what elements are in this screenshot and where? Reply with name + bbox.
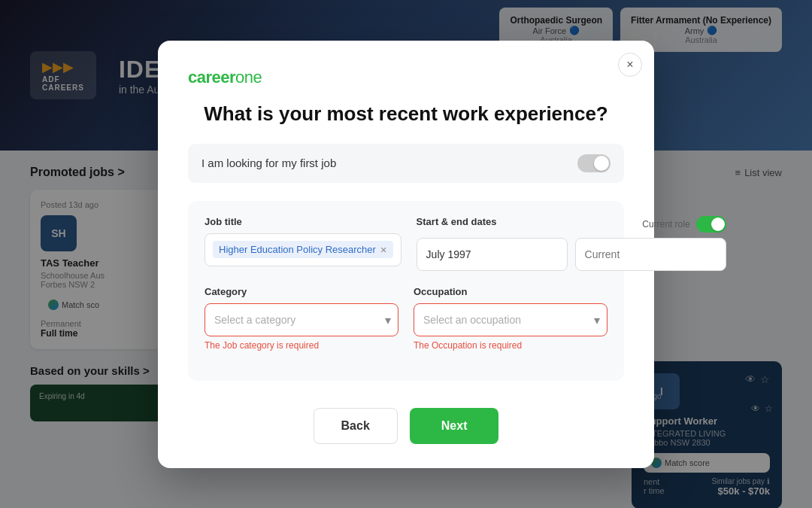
category-select-wrapper: Select a category ▾ <box>205 303 398 336</box>
toggle-green-knob <box>711 217 725 231</box>
job-title-group: Job title Higher Education Policy Resear… <box>205 216 401 271</box>
job-title-input-wrapper[interactable]: Higher Education Policy Researcher × <box>205 233 401 266</box>
next-button[interactable]: Next <box>410 408 499 444</box>
close-button[interactable]: × <box>618 53 642 77</box>
occupation-select[interactable]: Select an occupation <box>414 303 607 336</box>
dates-label: Start & end dates <box>417 216 497 227</box>
occupation-error: The Occupation is required <box>414 340 607 351</box>
careerone-logo: careerone <box>188 68 624 87</box>
first-job-toggle[interactable] <box>577 154 611 172</box>
category-label: Category <box>205 286 398 297</box>
modal-title: What is your most recent work experience… <box>188 102 624 126</box>
form-row-1: Job title Higher Education Policy Resear… <box>205 216 607 271</box>
close-icon: × <box>626 58 633 71</box>
form-panel: Job title Higher Education Policy Resear… <box>188 201 624 381</box>
job-title-label: Job title <box>205 216 401 227</box>
tag-remove-icon[interactable]: × <box>380 243 387 256</box>
occupation-select-wrapper: Select an occupation ▾ <box>414 303 607 336</box>
logo-text-one: one <box>235 68 262 87</box>
modal: × careerone What is your most recent wor… <box>158 41 654 468</box>
modal-footer: Back Next <box>188 408 624 444</box>
date-row <box>417 238 726 271</box>
category-select[interactable]: Select a category <box>205 303 398 336</box>
form-row-2: Category Select a category ▾ The Job cat… <box>205 286 607 351</box>
current-role-row: Start & end dates Current role <box>417 216 726 233</box>
category-group: Category Select a category ▾ The Job cat… <box>205 286 398 351</box>
back-button[interactable]: Back <box>314 408 398 444</box>
current-role-toggle[interactable] <box>696 216 726 233</box>
start-date-input[interactable] <box>417 238 568 271</box>
job-title-value: Higher Education Policy Researcher <box>219 244 376 255</box>
toggle-knob <box>594 156 609 171</box>
end-date-input[interactable] <box>575 238 726 271</box>
current-role-label: Current role <box>642 219 689 230</box>
modal-overlay: × careerone What is your most recent wor… <box>0 0 812 508</box>
first-job-label: I am looking for my first job <box>201 157 336 169</box>
dates-group: Start & end dates Current role <box>417 216 726 271</box>
occupation-label: Occupation <box>414 286 607 297</box>
occupation-group: Occupation Select an occupation ▾ The Oc… <box>414 286 607 351</box>
job-title-tag: Higher Education Policy Researcher × <box>213 241 393 258</box>
first-job-row: I am looking for my first job <box>188 144 624 183</box>
logo-text: career <box>188 68 235 87</box>
category-error: The Job category is required <box>205 340 398 351</box>
